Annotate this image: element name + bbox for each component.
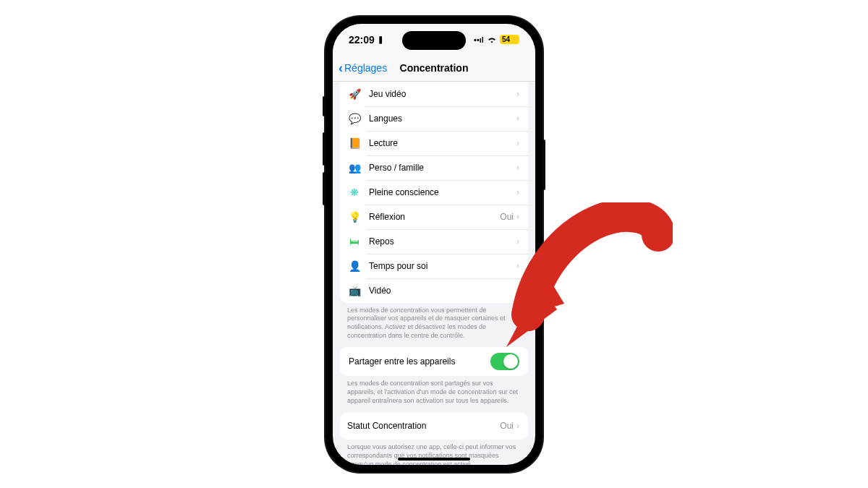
focus-mode-label: Temps pour soi	[369, 261, 516, 271]
focus-mode-row[interactable]: 🚀Jeu vidéo›	[340, 82, 528, 106]
chevron-right-icon: ›	[516, 261, 519, 271]
person-icon: 👤	[347, 259, 362, 273]
focus-indicator-icon: ❚	[378, 35, 383, 43]
focus-mode-row[interactable]: 💬Langues›	[340, 106, 528, 131]
footer-text-share: Les modes de concentration sont partagés…	[333, 376, 535, 412]
share-devices-label: Partager entre les appareils	[349, 356, 455, 367]
focus-mode-row[interactable]: 💡RéflexionOui›	[340, 205, 528, 229]
focus-mode-label: Pleine conscience	[369, 187, 516, 197]
volume-button	[323, 132, 326, 166]
wifi-icon	[487, 34, 497, 46]
focus-mode-label: Repos	[369, 236, 516, 247]
focus-mode-row[interactable]: ❋Pleine conscience›	[340, 180, 528, 205]
chevron-right-icon: ›	[516, 236, 519, 247]
screen: 22:09 ❚ ••ıl 54⚡ ‹ Réglages Concentratio…	[333, 24, 535, 465]
chevron-right-icon: ›	[516, 163, 519, 173]
focus-mode-label: Lecture	[369, 138, 516, 148]
mindfulness-icon: ❋	[347, 185, 362, 200]
chevron-right-icon: ›	[516, 286, 519, 296]
focus-mode-row[interactable]: 📙Lecture›	[340, 131, 528, 155]
focus-status-row[interactable]: Statut Concentration Oui ›	[340, 412, 528, 440]
focus-mode-row[interactable]: 👥Perso / famille›	[340, 155, 528, 180]
footer-text-modes: Les modes de concentration vous permette…	[333, 303, 535, 348]
volume-button	[323, 172, 326, 205]
focus-mode-row[interactable]: 🛏Repos›	[340, 229, 528, 254]
back-label: Réglages	[344, 62, 387, 74]
bed-icon: 🛏	[347, 234, 362, 249]
share-devices-group: Partager entre les appareils	[340, 347, 528, 376]
status-time: 22:09	[349, 34, 375, 46]
focus-mode-value: Oui	[500, 212, 514, 222]
chevron-right-icon: ›	[516, 138, 519, 148]
dynamic-island	[402, 31, 466, 50]
book-icon: 📙	[347, 136, 362, 150]
focus-status-group: Statut Concentration Oui ›	[340, 412, 528, 440]
focus-status-label: Statut Concentration	[347, 421, 500, 431]
people-icon: 👥	[347, 160, 362, 175]
share-devices-row[interactable]: Partager entre les appareils	[340, 347, 528, 376]
rocket-icon: 🚀	[347, 87, 362, 101]
battery-badge: 54⚡	[500, 35, 519, 44]
tv-icon: 📺	[347, 283, 362, 298]
side-button	[542, 140, 545, 190]
chevron-right-icon: ›	[516, 89, 519, 99]
chevron-left-icon: ‹	[339, 61, 343, 76]
back-button[interactable]: ‹ Réglages	[339, 61, 387, 76]
cellular-icon: ••ıl	[474, 35, 484, 44]
phone-frame: 22:09 ❚ ••ıl 54⚡ ‹ Réglages Concentratio…	[326, 17, 542, 472]
focus-modes-list: 🚀Jeu vidéo›💬Langues›📙Lecture›👥Perso / fa…	[340, 82, 528, 303]
content: 🚀Jeu vidéo›💬Langues›📙Lecture›👥Perso / fa…	[333, 82, 535, 465]
focus-mode-label: Langues	[369, 114, 516, 124]
focus-mode-row[interactable]: 👤Temps pour soi›	[340, 254, 528, 278]
focus-mode-label: Perso / famille	[369, 163, 516, 173]
focus-mode-row[interactable]: 📺Vidéo›	[340, 278, 528, 303]
speech-bubble-icon: 💬	[347, 111, 362, 126]
chevron-right-icon: ›	[516, 114, 519, 124]
chevron-right-icon: ›	[516, 187, 519, 197]
share-devices-toggle[interactable]	[490, 353, 519, 370]
focus-mode-label: Jeu vidéo	[369, 89, 516, 99]
focus-mode-label: Réflexion	[369, 212, 500, 222]
focus-mode-label: Vidéo	[369, 286, 516, 296]
nav-bar: ‹ Réglages Concentration	[333, 56, 535, 82]
footer-text-status: Lorsque vous autorisez une app, celle-ci…	[333, 440, 535, 464]
chevron-right-icon: ›	[516, 212, 519, 222]
home-indicator[interactable]	[398, 458, 470, 461]
volume-button	[323, 96, 326, 116]
page-title: Concentration	[400, 62, 469, 74]
lightbulb-icon: 💡	[347, 210, 362, 224]
chevron-right-icon: ›	[516, 421, 519, 431]
focus-status-value: Oui	[500, 421, 514, 431]
